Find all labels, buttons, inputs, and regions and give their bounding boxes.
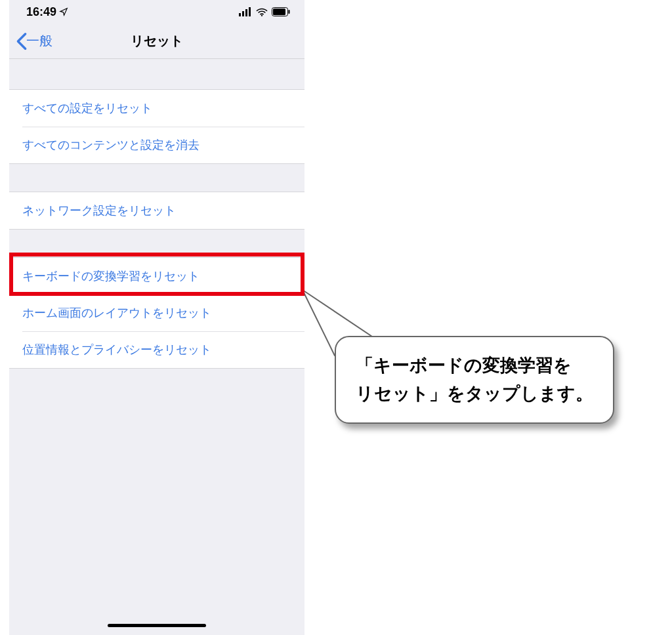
svg-rect-1 bbox=[242, 11, 244, 16]
section-gap bbox=[9, 59, 304, 89]
status-left: 16:49 bbox=[26, 5, 68, 19]
back-label: 一般 bbox=[26, 32, 52, 50]
row-label: ホーム画面のレイアウトをリセット bbox=[22, 306, 211, 319]
row-label: ネットワーク設定をリセット bbox=[22, 204, 176, 217]
row-label: すべての設定をリセット bbox=[22, 102, 152, 115]
reset-all-settings-row[interactable]: すべての設定をリセット bbox=[9, 90, 304, 127]
nav-title: リセット bbox=[9, 32, 304, 50]
callout-bubble: 「キーボードの変換学習を リセット」をタップします。 bbox=[335, 336, 614, 424]
row-label: 位置情報とプライバシーをリセット bbox=[22, 343, 211, 356]
reset-group-1: すべての設定をリセット すべてのコンテンツと設定を消去 bbox=[9, 89, 304, 164]
status-right bbox=[239, 7, 290, 16]
location-arrow-icon bbox=[59, 7, 68, 16]
reset-group-3: キーボードの変換学習をリセット ホーム画面のレイアウトをリセット 位置情報とプラ… bbox=[9, 257, 304, 369]
row-label: キーボードの変換学習をリセット bbox=[22, 270, 200, 283]
callout-line1: 「キーボードの変換学習を bbox=[356, 352, 593, 380]
screen-content: すべての設定をリセット すべてのコンテンツと設定を消去 ネットワーク設定をリセッ… bbox=[9, 59, 304, 635]
home-indicator bbox=[108, 624, 206, 627]
row-label: すべてのコンテンツと設定を消去 bbox=[22, 138, 200, 152]
section-gap bbox=[9, 164, 304, 192]
svg-rect-2 bbox=[245, 9, 247, 16]
cellular-signal-icon bbox=[239, 7, 252, 16]
svg-rect-3 bbox=[249, 7, 251, 16]
nav-bar: 一般 リセット bbox=[9, 24, 304, 59]
phone-screen: 16:49 一 bbox=[9, 0, 304, 635]
section-gap bbox=[9, 230, 304, 257]
wifi-icon bbox=[256, 7, 268, 16]
reset-home-layout-row[interactable]: ホーム画面のレイアウトをリセット bbox=[9, 295, 304, 331]
svg-rect-6 bbox=[289, 10, 290, 14]
erase-all-content-row[interactable]: すべてのコンテンツと設定を消去 bbox=[9, 127, 304, 163]
status-bar: 16:49 bbox=[9, 0, 304, 24]
svg-rect-0 bbox=[239, 13, 241, 16]
reset-keyboard-row[interactable]: キーボードの変換学習をリセット bbox=[9, 258, 304, 295]
callout-line2: リセット」をタップします。 bbox=[356, 380, 593, 408]
reset-group-2: ネットワーク設定をリセット bbox=[9, 192, 304, 230]
reset-location-privacy-row[interactable]: 位置情報とプライバシーをリセット bbox=[9, 331, 304, 368]
reset-network-row[interactable]: ネットワーク設定をリセット bbox=[9, 192, 304, 229]
back-button[interactable]: 一般 bbox=[9, 32, 52, 51]
status-time: 16:49 bbox=[26, 5, 56, 19]
callout: 「キーボードの変換学習を リセット」をタップします。 bbox=[302, 289, 581, 377]
battery-icon bbox=[272, 7, 290, 16]
svg-rect-5 bbox=[273, 9, 285, 15]
